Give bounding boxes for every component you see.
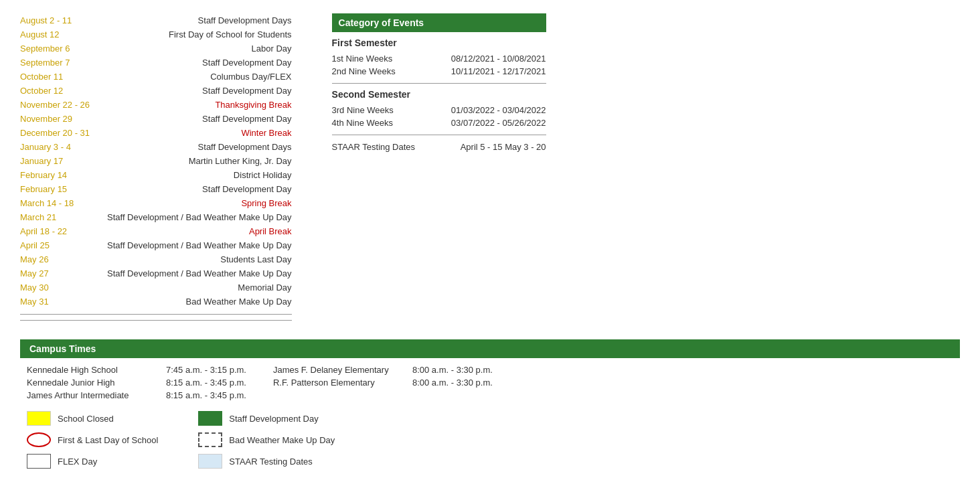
event-name: April Break <box>249 226 292 236</box>
event-name: Staff Development / Bad Weather Make Up … <box>107 240 292 250</box>
calendar-events-section: August 2 - 11Staff Development DaysAugus… <box>20 13 292 326</box>
event-row: May 26Students Last Day <box>20 252 292 266</box>
legend-icon-flex-box <box>27 454 51 469</box>
event-date: October 12 <box>20 86 107 96</box>
event-row: April 25Staff Development / Bad Weather … <box>20 238 292 252</box>
event-name: Staff Development / Bad Weather Make Up … <box>107 268 292 278</box>
legend-label: School Closed <box>58 414 114 424</box>
legend-icon-dotted <box>198 432 222 447</box>
category-header: Category of Events <box>332 13 546 32</box>
semester-dates: 10/11/2021 - 12/17/2021 <box>451 66 546 76</box>
campus-time-row: Kennedale High School 7:45 a.m. - 3:15 p… <box>27 365 953 375</box>
semester-dates: 08/12/2021 - 10/08/2021 <box>451 54 546 64</box>
legend-label: FLEX Day <box>58 457 97 467</box>
event-row: November 29Staff Development Day <box>20 112 292 126</box>
campus-item: Kennedale Junior High 8:15 a.m. - 3:45 p… <box>27 378 246 388</box>
semester-row: 3rd Nine Weeks 01/03/2022 - 03/04/2022 <box>332 104 546 116</box>
event-date: January 17 <box>20 156 107 166</box>
event-row: November 22 - 26Thanksgiving Break <box>20 98 292 112</box>
legend-item: STAAR Testing Dates <box>198 454 335 469</box>
event-date: May 27 <box>20 268 107 278</box>
event-name: Memorial Day <box>238 282 291 293</box>
event-row: May 31Bad Weather Make Up Day <box>20 295 292 309</box>
staar-row: STAAR Testing Dates April 5 - 15 May 3 -… <box>332 141 546 153</box>
campus-time: 8:15 a.m. - 3:45 p.m. <box>166 390 246 400</box>
legend-icon-green <box>198 411 222 426</box>
event-name: Staff Development Day <box>202 184 291 194</box>
campus-name: James F. Delaney Elementary <box>273 365 407 375</box>
category-section: Category of Events First Semester 1st Ni… <box>332 13 546 153</box>
event-name: Bad Weather Make Up Day <box>186 297 292 307</box>
semester-label: 1st Nine Weeks <box>332 54 412 64</box>
event-name: Winter Break <box>241 128 291 138</box>
semester-label: 4th Nine Weeks <box>332 118 412 128</box>
event-row: April 18 - 22April Break <box>20 224 292 238</box>
staar-dates: April 5 - 15 May 3 - 20 <box>461 142 546 152</box>
campus-name: James Arthur Intermediate <box>27 390 161 400</box>
legend-label: First & Last Day of School <box>58 435 158 445</box>
legend-right: Staff Development Day Bad Weather Make U… <box>198 411 335 469</box>
semester-dates: 03/07/2022 - 05/26/2022 <box>451 118 546 128</box>
event-name: Staff Development Days <box>198 15 292 25</box>
event-name: Staff Development Day <box>202 58 291 68</box>
campus-item: R.F. Patterson Elementary 8:00 a.m. - 3:… <box>273 378 493 388</box>
event-row: January 3 - 4Staff Development Days <box>20 140 292 154</box>
event-date: October 11 <box>20 72 107 82</box>
campus-time: 8:00 a.m. - 3:30 p.m. <box>412 378 493 388</box>
event-date: May 30 <box>20 282 107 293</box>
event-date: April 25 <box>20 240 107 250</box>
event-date: November 29 <box>20 114 107 124</box>
legend-item: First & Last Day of School <box>27 432 158 447</box>
event-row: February 15Staff Development Day <box>20 182 292 196</box>
campus-name: Kennedale Junior High <box>27 378 161 388</box>
event-date: August 12 <box>20 29 107 39</box>
first-semester-title: First Semester <box>332 37 546 48</box>
event-name: Staff Development Days <box>198 142 292 152</box>
event-date: March 14 - 18 <box>20 198 107 208</box>
event-row: October 12Staff Development Day <box>20 84 292 98</box>
semester-label: 2nd Nine Weeks <box>332 66 412 76</box>
legend-item: Bad Weather Make Up Day <box>198 432 335 447</box>
event-row: March 21Staff Development / Bad Weather … <box>20 210 292 224</box>
bottom-section: Campus Times Kennedale High School 7:45 … <box>20 339 960 469</box>
legend-label: Bad Weather Make Up Day <box>229 435 335 445</box>
event-name: Staff Development / Bad Weather Make Up … <box>107 212 292 222</box>
legend-item: School Closed <box>27 411 158 426</box>
legend-icon-oval-red <box>27 432 51 447</box>
campus-name: Kennedale High School <box>27 365 161 375</box>
event-date: February 14 <box>20 170 107 180</box>
second-semester-title: Second Semester <box>332 89 546 100</box>
event-name: District Holiday <box>234 170 292 180</box>
campus-name: R.F. Patterson Elementary <box>273 378 407 388</box>
event-date: September 6 <box>20 44 107 54</box>
campus-time: 8:15 a.m. - 3:45 p.m. <box>166 378 246 388</box>
events-divider <box>20 314 292 315</box>
event-name: Thanksgiving Break <box>215 100 291 110</box>
event-name: Labor Day <box>252 44 292 54</box>
semester-row: 4th Nine Weeks 03/07/2022 - 05/26/2022 <box>332 116 546 129</box>
event-row: February 14District Holiday <box>20 168 292 182</box>
legend-icon-yellow <box>27 411 51 426</box>
event-date: February 15 <box>20 184 107 194</box>
legend-item: Staff Development Day <box>198 411 335 426</box>
campus-times-header: Campus Times <box>20 339 960 358</box>
campus-item: Kennedale High School 7:45 a.m. - 3:15 p… <box>27 365 246 375</box>
campus-time: 8:00 a.m. - 3:30 p.m. <box>412 365 493 375</box>
event-date: April 18 - 22 <box>20 226 107 236</box>
campus-item: James Arthur Intermediate 8:15 a.m. - 3:… <box>27 390 246 400</box>
staar-label: STAAR Testing Dates <box>332 142 416 152</box>
event-name: Staff Development Day <box>202 86 291 96</box>
event-date: January 3 - 4 <box>20 142 107 152</box>
legend-item: FLEX Day <box>27 454 158 469</box>
legend-label: Staff Development Day <box>229 414 318 424</box>
semester-row: 2nd Nine Weeks 10/11/2021 - 12/17/2021 <box>332 65 546 78</box>
campus-item: James F. Delaney Elementary 8:00 a.m. - … <box>273 365 493 375</box>
event-name: First Day of School for Students <box>169 29 292 39</box>
event-row: January 17Martin Luther King, Jr. Day <box>20 154 292 168</box>
event-date: March 21 <box>20 212 107 222</box>
event-row: August 12First Day of School for Student… <box>20 27 292 42</box>
legend-label: STAAR Testing Dates <box>229 457 313 467</box>
campus-time: 7:45 a.m. - 3:15 p.m. <box>166 365 246 375</box>
event-name: Columbus Day/FLEX <box>210 72 291 82</box>
event-row: August 2 - 11Staff Development Days <box>20 13 292 27</box>
